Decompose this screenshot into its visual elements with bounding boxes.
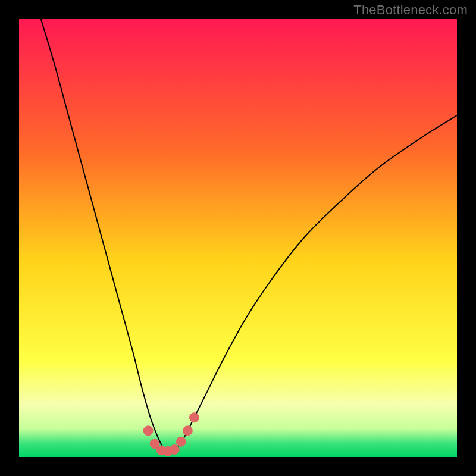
watermark-text: TheBottleneck.com (353, 2, 468, 18)
marker-dot (183, 426, 192, 436)
chart-frame: TheBottleneck.com (0, 0, 476, 476)
plot-area (19, 19, 457, 457)
gradient-background (19, 19, 457, 457)
marker-dot (143, 426, 153, 436)
marker-dot (176, 437, 186, 446)
marker-dot (170, 444, 179, 454)
marker-dot (189, 413, 199, 422)
plot-svg (19, 19, 457, 457)
